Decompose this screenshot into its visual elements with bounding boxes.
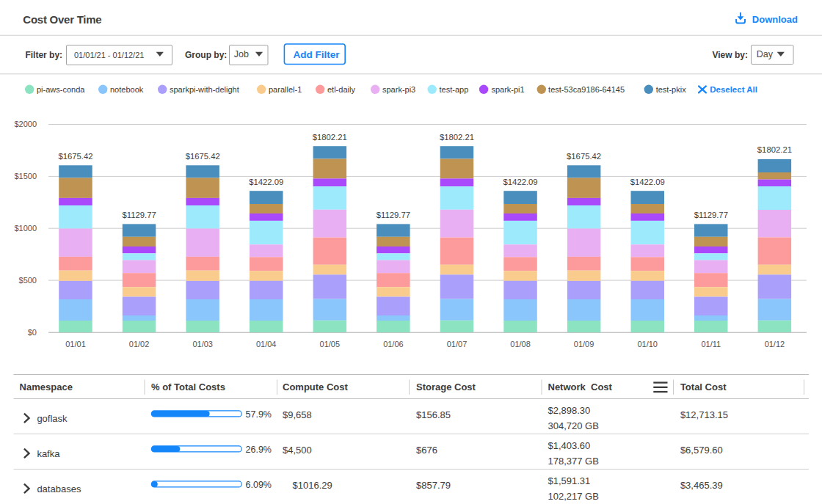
svg-text:Network Cost: Network Cost (548, 381, 613, 392)
svg-text:$857.79: $857.79 (416, 480, 451, 491)
svg-text:$6,579.60: $6,579.60 (680, 445, 723, 456)
svg-text:Storage Cost: Storage Cost (416, 381, 476, 392)
svg-text:$1802.21: $1802.21 (440, 133, 474, 142)
svg-text:01/04: 01/04 (256, 340, 277, 348)
svg-text:$676: $676 (416, 445, 437, 456)
svg-text:01/12: 01/12 (765, 340, 785, 348)
svg-text:$9,658: $9,658 (283, 409, 312, 420)
svg-text:parallel-1: parallel-1 (269, 85, 302, 94)
svg-text:$2000: $2000 (14, 120, 37, 128)
svg-text:Compute Cost: Compute Cost (283, 381, 349, 392)
svg-text:% of Total Costs: % of Total Costs (151, 381, 225, 392)
svg-text:$4,500: $4,500 (283, 445, 312, 456)
svg-text:Group by:: Group by: (185, 50, 227, 60)
svg-text:$1675.42: $1675.42 (186, 152, 220, 161)
svg-text:Total Cost: Total Cost (680, 381, 727, 392)
svg-text:01/01/21 - 01/12/21: 01/01/21 - 01/12/21 (74, 51, 144, 59)
svg-text:Day: Day (757, 49, 774, 59)
svg-text:spark-pi1: spark-pi1 (491, 85, 524, 94)
svg-text:01/03: 01/03 (192, 340, 213, 348)
svg-text:$156.85: $156.85 (416, 409, 451, 420)
svg-text:$1129.77: $1129.77 (377, 211, 410, 219)
svg-text:01/07: 01/07 (447, 340, 468, 348)
svg-text:01/08: 01/08 (510, 340, 531, 348)
svg-text:$500: $500 (19, 276, 37, 285)
svg-text:Add Filter: Add Filter (294, 49, 341, 60)
svg-text:test-pkix: test-pkix (656, 85, 686, 94)
svg-text:$3,465.39: $3,465.39 (680, 480, 723, 491)
svg-text:$2,898.30: $2,898.30 (548, 405, 591, 416)
svg-text:kafka: kafka (37, 448, 60, 459)
svg-text:Deselect All: Deselect All (710, 85, 757, 94)
svg-text:$1000: $1000 (14, 224, 37, 233)
svg-text:$1422.09: $1422.09 (503, 178, 538, 186)
svg-text:$1129.77: $1129.77 (122, 211, 156, 219)
svg-text:$1422.09: $1422.09 (630, 178, 665, 186)
svg-text:102,217 GB: 102,217 GB (548, 491, 599, 502)
svg-text:01/01: 01/01 (65, 340, 86, 348)
svg-text:6.09%: 6.09% (246, 480, 272, 490)
svg-text:$1016.29: $1016.29 (293, 480, 332, 491)
svg-text:notebook: notebook (110, 85, 144, 94)
svg-text:$1129.77: $1129.77 (694, 211, 728, 219)
svg-text:01/05: 01/05 (320, 340, 341, 348)
svg-text:Job: Job (234, 49, 249, 59)
svg-text:$1802.21: $1802.21 (757, 145, 792, 154)
svg-text:Filter by:: Filter by: (25, 50, 62, 60)
svg-text:01/02: 01/02 (129, 340, 150, 348)
svg-text:57.9%: 57.9% (246, 409, 272, 420)
svg-text:databases: databases (37, 483, 81, 494)
svg-text:$1500: $1500 (14, 172, 37, 180)
svg-text:goflask: goflask (37, 413, 68, 424)
svg-text:test-53ca9186-64145: test-53ca9186-64145 (548, 85, 625, 94)
svg-text:Namespace: Namespace (20, 381, 73, 392)
svg-text:pi-aws-conda: pi-aws-conda (37, 85, 85, 94)
svg-text:178,377 GB: 178,377 GB (548, 456, 599, 467)
svg-text:$1675.42: $1675.42 (58, 152, 92, 161)
svg-text:$1675.42: $1675.42 (567, 152, 601, 161)
svg-text:$1802.21: $1802.21 (313, 133, 347, 142)
svg-text:spark-pi3: spark-pi3 (382, 85, 415, 94)
svg-text:26.9%: 26.9% (246, 445, 272, 455)
svg-text:View by:: View by: (713, 50, 748, 60)
svg-text:01/11: 01/11 (701, 340, 721, 348)
svg-text:$1,591.31: $1,591.31 (548, 475, 591, 486)
svg-text:304,720 GB: 304,720 GB (548, 420, 599, 431)
svg-text:01/06: 01/06 (383, 340, 404, 348)
svg-text:Download: Download (752, 14, 798, 25)
svg-text:01/09: 01/09 (574, 340, 594, 348)
svg-text:etl-daily: etl-daily (327, 85, 355, 94)
svg-text:$1,403.60: $1,403.60 (548, 440, 591, 451)
svg-text:Cost Over Time: Cost Over Time (23, 13, 101, 26)
svg-text:$1422.09: $1422.09 (249, 178, 283, 186)
svg-text:01/10: 01/10 (637, 340, 658, 348)
svg-text:sparkpi-with-delight: sparkpi-with-delight (170, 85, 239, 94)
svg-text:$0: $0 (28, 328, 37, 337)
svg-text:$12,713.15: $12,713.15 (680, 409, 728, 420)
svg-text:test-app: test-app (440, 85, 469, 94)
